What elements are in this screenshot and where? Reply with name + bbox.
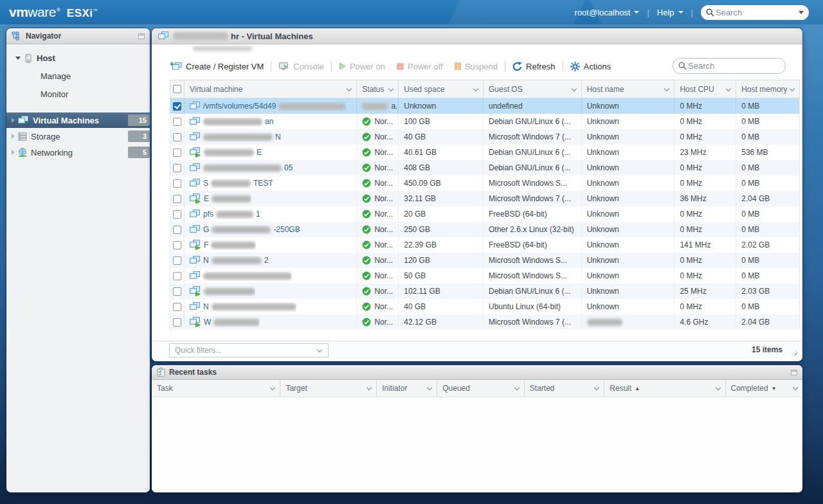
vm-table-row[interactable]: G-250GBNor...250 GBOther 2.6.x Linux (32…	[170, 222, 799, 237]
vm-search-input[interactable]	[687, 60, 780, 71]
sidebar-item-storage[interactable]: Storage 3	[6, 129, 150, 144]
column-header-used-space[interactable]: Used space	[399, 80, 484, 98]
select-all-checkbox[interactable]	[173, 85, 181, 93]
expand-arrow-icon[interactable]	[12, 134, 15, 139]
panel-window-icon[interactable]	[138, 33, 145, 39]
vm-table-row[interactable]: STESTNor...450.09 GBMicrosoft Windows S.…	[170, 176, 799, 191]
chevron-down-icon[interactable]	[726, 86, 731, 91]
vm-name[interactable]	[190, 271, 292, 281]
row-checkbox[interactable]	[173, 303, 181, 311]
row-checkbox[interactable]	[173, 179, 181, 188]
chevron-down-icon[interactable]	[664, 86, 669, 91]
chevron-down-icon[interactable]	[366, 385, 372, 390]
chevron-down-icon[interactable]	[571, 86, 576, 91]
row-checkbox[interactable]	[173, 148, 181, 157]
column-header-host-memory[interactable]: Host memory	[736, 80, 799, 98]
vm-name[interactable]: W	[190, 317, 260, 327]
vm-table-row[interactable]: N2Nor...120 GBMicrosoft Windows S...Unkn…	[170, 253, 799, 268]
chevron-down-icon[interactable]	[715, 385, 720, 390]
tasks-column-header-initiator[interactable]: Initiator	[377, 380, 437, 397]
vm-name[interactable]: 05	[190, 163, 293, 173]
column-header-virtual-machine[interactable]: Virtual machine	[185, 80, 357, 98]
tasks-column-header-started[interactable]: Started	[525, 380, 604, 397]
vm-name[interactable]	[190, 286, 255, 296]
vm-table-row[interactable]: ENor...40.61 GBDebian GNU/Linux 6 (...Un…	[170, 145, 799, 160]
row-checkbox[interactable]	[173, 102, 181, 111]
refresh-button[interactable]: Refresh	[512, 62, 556, 71]
column-header-host-name[interactable]: Host name	[582, 80, 675, 98]
vm-search[interactable]	[673, 58, 786, 74]
vm-table-row[interactable]: FNor...22.39 GBFreeBSD (64-bit)Unknown14…	[170, 237, 799, 253]
vm-name[interactable]: N	[190, 302, 296, 312]
row-checkbox[interactable]	[173, 210, 181, 219]
sidebar-item-manage[interactable]: Manage	[6, 67, 150, 85]
vm-name[interactable]: STEST	[190, 179, 273, 188]
sidebar-item-host[interactable]: Host	[6, 50, 150, 67]
chevron-down-icon[interactable]	[427, 385, 432, 390]
chevron-down-icon[interactable]	[594, 385, 599, 390]
vm-table-row[interactable]: NNor...40 GBMicrosoft Windows 7 (...Unkn…	[170, 129, 799, 145]
row-checkbox[interactable]	[173, 133, 181, 141]
column-header-host-cpu[interactable]: Host CPU	[674, 80, 736, 98]
chevron-down-icon[interactable]	[473, 86, 478, 91]
row-checkbox[interactable]	[173, 272, 181, 280]
column-header-status[interactable]: Status	[357, 80, 399, 98]
row-checkbox[interactable]	[173, 226, 181, 234]
chevron-down-icon[interactable]	[347, 86, 352, 91]
vm-table-row[interactable]: anNor...100 GBDebian GNU/Linux 6 (...Unk…	[170, 114, 799, 129]
vm-name[interactable]: /vmfs/volumes/54d49	[190, 102, 346, 111]
vm-table-row[interactable]: Nor...102.11 GBDebian GNU/Linux 6 (...Un…	[170, 284, 799, 299]
chevron-down-icon[interactable]	[790, 86, 795, 91]
cell-text: 40 GB	[404, 302, 426, 311]
create-register-vm-button[interactable]: Create / Register VM	[170, 62, 264, 71]
row-checkbox[interactable]	[173, 318, 181, 327]
actions-button[interactable]: Actions	[570, 62, 611, 71]
vm-table-row[interactable]: ENor...32.11 GBMicrosoft Windows 7 (...U…	[170, 191, 799, 206]
vm-name[interactable]: N2	[190, 256, 268, 266]
expand-arrow-icon[interactable]	[15, 57, 21, 60]
quick-filters-dropdown[interactable]: Quick filters...	[169, 343, 329, 357]
vm-table-row[interactable]: NNor...40 GBUbuntu Linux (64-bit)Unknown…	[170, 299, 799, 314]
row-checkbox[interactable]	[173, 195, 181, 203]
virtual-machines-panel: hr - Virtual Machines Create / Register …	[152, 28, 802, 361]
tasks-column-header-task[interactable]: Task	[152, 380, 280, 397]
row-checkbox[interactable]	[173, 164, 181, 172]
row-checkbox[interactable]	[173, 118, 181, 126]
chevron-down-icon[interactable]	[388, 86, 393, 91]
help-menu[interactable]: Help	[657, 8, 683, 17]
vm-name[interactable]: N	[190, 132, 281, 142]
chevron-down-icon[interactable]	[270, 385, 275, 390]
vm-name[interactable]: an	[190, 117, 273, 127]
vm-name[interactable]: E	[190, 194, 251, 204]
chevron-down-icon[interactable]	[514, 385, 520, 390]
vm-name[interactable]: F	[190, 240, 256, 250]
row-checkbox[interactable]	[173, 287, 181, 296]
vm-table-row[interactable]: 05Nor...408 GBDebian GNU/Linux 6 (...Unk…	[170, 160, 799, 176]
resize-grip[interactable]	[791, 350, 797, 356]
tasks-column-header-completed[interactable]: Completed▼	[726, 380, 802, 397]
vm-table-row[interactable]: Nor...50 GBMicrosoft Windows S...Unknown…	[170, 268, 799, 284]
vm-table-row[interactable]: /vmfs/volumes/54d49a...UnknownundefinedU…	[170, 98, 799, 114]
expand-arrow-icon[interactable]	[12, 118, 15, 123]
tasks-column-header-queued[interactable]: Queued	[437, 380, 525, 397]
row-checkbox[interactable]	[173, 256, 181, 265]
vm-name[interactable]: pfs1	[190, 210, 260, 219]
vm-name[interactable]: E	[190, 147, 262, 158]
vm-name[interactable]: G-250GB	[190, 225, 300, 235]
vm-table-row[interactable]: pfs1Nor...20 GBFreeBSD (64-bit)Unknown0 …	[170, 206, 799, 222]
expand-arrow-icon[interactable]	[12, 150, 15, 155]
sidebar-item-networking[interactable]: Networking 5	[6, 145, 150, 160]
search-dropdown-icon[interactable]	[799, 11, 804, 14]
sidebar-item-monitor[interactable]: Monitor	[6, 85, 150, 103]
global-search[interactable]	[701, 5, 809, 20]
column-header-guest-os[interactable]: Guest OS	[484, 80, 582, 98]
row-checkbox[interactable]	[173, 241, 181, 249]
user-menu[interactable]: root@localhost	[575, 8, 640, 17]
global-search-input[interactable]	[714, 7, 799, 18]
vm-table-row[interactable]: WNor...42.12 GBMicrosoft Windows 7 (...4…	[170, 314, 799, 330]
sidebar-item-virtual-machines[interactable]: Virtual Machines 15	[6, 113, 150, 128]
tasks-column-header-result[interactable]: Result▲	[604, 380, 725, 397]
tasks-column-header-target[interactable]: Target	[280, 380, 377, 397]
panel-window-icon[interactable]	[791, 370, 797, 375]
chevron-down-icon[interactable]	[793, 385, 798, 390]
